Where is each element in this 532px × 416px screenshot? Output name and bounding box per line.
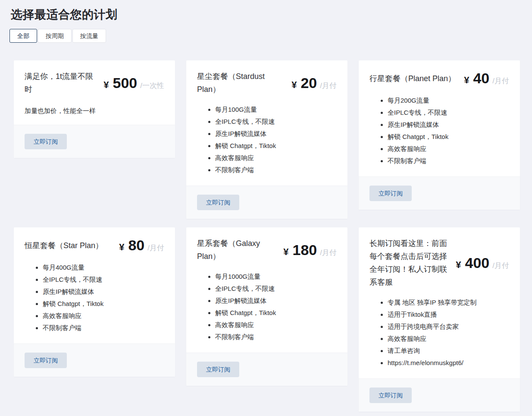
feature-item: 全IPLC专线，不限速 <box>388 107 509 119</box>
plan-name: 星系套餐（Galaxy Plan） <box>197 237 283 263</box>
plan-price: ¥ 40 /月付 <box>464 70 509 87</box>
subscribe-button[interactable]: 立即订阅 <box>25 134 67 149</box>
feature-item: 全IPLC专线，不限速 <box>215 116 337 128</box>
plan-card-body: 满足你，1t流量不限时 ¥ 500 /一次性 加量也加价，性能全一样 <box>14 60 175 125</box>
tab-by-period[interactable]: 按周期 <box>38 29 72 43</box>
price-currency: ¥ <box>291 79 297 91</box>
tab-all[interactable]: 全部 <box>9 29 37 43</box>
price-amount: 180 <box>293 242 317 258</box>
plan-card: 星系套餐（Galaxy Plan） ¥ 180 /月付 每月1000G流量全IP… <box>186 227 347 386</box>
plan-description: 加量也加价，性能全一样 <box>25 106 164 115</box>
plan-card-footer: 立即订阅 <box>186 353 347 386</box>
subscribe-button[interactable]: 立即订阅 <box>369 388 412 403</box>
plan-feature-list: 每月100G流量全IPLC专线，不限速原生IP解锁流媒体解锁 Chatgpt，T… <box>197 104 337 176</box>
plan-card-header: 行星套餐（Planet Plan） ¥ 40 /月付 <box>369 70 509 87</box>
plan-price: ¥ 400 /月付 <box>456 255 509 271</box>
feature-item: 全IPLC专线，不限速 <box>215 283 337 295</box>
feature-item: 解锁 Chatgpt，Tiktok <box>215 307 337 319</box>
plan-card-body: 行星套餐（Planet Plan） ¥ 40 /月付 每月200G流量全IPLC… <box>359 60 520 176</box>
plan-price: ¥ 500 /一次性 <box>103 75 164 91</box>
plan-price: ¥ 20 /月付 <box>291 75 337 91</box>
feature-item: 高效客服响应 <box>215 319 337 331</box>
price-currency: ¥ <box>119 242 124 253</box>
price-currency: ¥ <box>283 246 288 258</box>
subscribe-button[interactable]: 立即订阅 <box>369 186 412 201</box>
price-currency: ¥ <box>103 79 109 91</box>
feature-item: 不限制客户端 <box>388 155 509 167</box>
plan-name: 满足你，1t流量不限时 <box>25 70 103 96</box>
feature-item: 请工单咨询 <box>388 345 509 357</box>
plan-filter-tabs: 全部按周期按流量 <box>9 29 106 43</box>
feature-item: https://t.me/elonmuskgpt6/ <box>388 357 509 369</box>
plan-card-footer: 立即订阅 <box>14 125 175 158</box>
page-title: 选择最适合您的计划 <box>11 7 532 22</box>
subscribe-button[interactable]: 立即订阅 <box>197 362 239 377</box>
plan-card-body: 星系套餐（Galaxy Plan） ¥ 180 /月付 每月1000G流量全IP… <box>186 227 347 353</box>
plan-card-body: 星尘套餐（Stardust Plan） ¥ 20 /月付 每月100G流量全IP… <box>186 60 347 186</box>
price-amount: 400 <box>465 255 490 271</box>
plan-card-footer: 立即订阅 <box>14 344 175 377</box>
plan-name: 恒星套餐（Star Plan） <box>25 239 119 252</box>
plan-card-footer: 立即订阅 <box>186 186 347 219</box>
price-period: /月付 <box>492 76 509 86</box>
plan-feature-list: 专属 地区 独享IP 独享带宽定制适用于Tiktok直播适用于跨境电商平台卖家高… <box>369 296 509 369</box>
plan-feature-list: 每月1000G流量全IPLC专线，不限速原生IP解锁流媒体解锁 Chatgpt，… <box>197 271 337 343</box>
plan-feature-list: 每月400G流量全IPLC专线，不限速原生IP解锁流媒体解锁 Chatgpt，T… <box>25 262 164 334</box>
feature-item: 每月400G流量 <box>43 262 164 274</box>
feature-item: 每月200G流量 <box>388 95 509 107</box>
feature-item: 不限制客户端 <box>43 322 164 334</box>
price-currency: ¥ <box>464 75 469 86</box>
plan-card-body: 长期订阅看这里：前面每个套餐点击后可选择全年订阅！私人订制联系客服 ¥ 400 … <box>359 227 520 378</box>
feature-item: 每月100G流量 <box>215 104 337 116</box>
plan-price: ¥ 180 /月付 <box>283 242 337 258</box>
feature-item: 高效客服响应 <box>388 333 509 345</box>
plan-card-header: 星系套餐（Galaxy Plan） ¥ 180 /月付 <box>197 237 337 263</box>
feature-item: 不限制客户端 <box>215 164 337 176</box>
plan-card: 满足你，1t流量不限时 ¥ 500 /一次性 加量也加价，性能全一样 立即订阅 <box>14 60 175 158</box>
plan-name: 行星套餐（Planet Plan） <box>369 72 464 85</box>
plan-price: ¥ 80 /月付 <box>119 237 164 254</box>
feature-item: 不限制客户端 <box>215 331 337 343</box>
feature-item: 全IPLC专线，不限速 <box>43 274 164 286</box>
plan-card-header: 星尘套餐（Stardust Plan） ¥ 20 /月付 <box>197 70 337 96</box>
price-amount: 20 <box>300 75 317 91</box>
plans-grid: 满足你，1t流量不限时 ¥ 500 /一次性 加量也加价，性能全一样 立即订阅 … <box>14 60 520 412</box>
price-period: /月付 <box>147 243 164 253</box>
feature-item: 高效客服响应 <box>388 143 509 155</box>
tab-by-traffic[interactable]: 按流量 <box>72 29 106 43</box>
feature-item: 适用于跨境电商平台卖家 <box>388 321 509 333</box>
feature-item: 原生IP解锁流媒体 <box>215 128 337 140</box>
price-period: /月付 <box>492 261 509 271</box>
plan-card-body: 恒星套餐（Star Plan） ¥ 80 /月付 每月400G流量全IPLC专线… <box>14 227 175 344</box>
feature-item: 高效客服响应 <box>43 310 164 322</box>
plan-card: 恒星套餐（Star Plan） ¥ 80 /月付 每月400G流量全IPLC专线… <box>14 227 175 377</box>
plan-name: 星尘套餐（Stardust Plan） <box>197 70 291 96</box>
price-amount: 500 <box>113 75 138 91</box>
price-amount: 40 <box>473 70 489 87</box>
feature-item: 原生IP解锁流媒体 <box>388 119 509 131</box>
plan-card-footer: 立即订阅 <box>359 176 520 210</box>
feature-item: 解锁 Chatgpt，Tiktok <box>215 140 337 152</box>
plan-card-header: 满足你，1t流量不限时 ¥ 500 /一次性 <box>25 70 164 96</box>
price-amount: 80 <box>128 237 144 254</box>
plan-card-header: 长期订阅看这里：前面每个套餐点击后可选择全年订阅！私人订制联系客服 ¥ 400 … <box>369 237 509 289</box>
plan-card: 长期订阅看这里：前面每个套餐点击后可选择全年订阅！私人订制联系客服 ¥ 400 … <box>359 227 520 412</box>
plan-card-footer: 立即订阅 <box>359 378 520 412</box>
subscribe-button[interactable]: 立即订阅 <box>197 195 239 210</box>
plan-card-header: 恒星套餐（Star Plan） ¥ 80 /月付 <box>25 237 164 254</box>
plan-name: 长期订阅看这里：前面每个套餐点击后可选择全年订阅！私人订制联系客服 <box>369 237 456 289</box>
feature-item: 原生IP解锁流媒体 <box>43 286 164 298</box>
price-period: /月付 <box>320 248 337 258</box>
feature-item: 高效客服响应 <box>215 152 337 164</box>
price-period: /月付 <box>320 81 337 91</box>
subscribe-button[interactable]: 立即订阅 <box>25 353 67 368</box>
price-period: /一次性 <box>140 81 164 91</box>
feature-item: 解锁 Chatgpt，Tiktok <box>43 298 164 310</box>
feature-item: 专属 地区 独享IP 独享带宽定制 <box>388 296 509 309</box>
feature-item: 每月1000G流量 <box>215 271 337 283</box>
feature-item: 原生IP解锁流媒体 <box>215 295 337 307</box>
plan-feature-list: 每月200G流量全IPLC专线，不限速原生IP解锁流媒体解锁 Chatgpt，T… <box>369 95 509 167</box>
feature-item: 适用于Tiktok直播 <box>388 309 509 321</box>
plan-card: 星尘套餐（Stardust Plan） ¥ 20 /月付 每月100G流量全IP… <box>186 60 347 219</box>
plan-card: 行星套餐（Planet Plan） ¥ 40 /月付 每月200G流量全IPLC… <box>359 60 520 210</box>
